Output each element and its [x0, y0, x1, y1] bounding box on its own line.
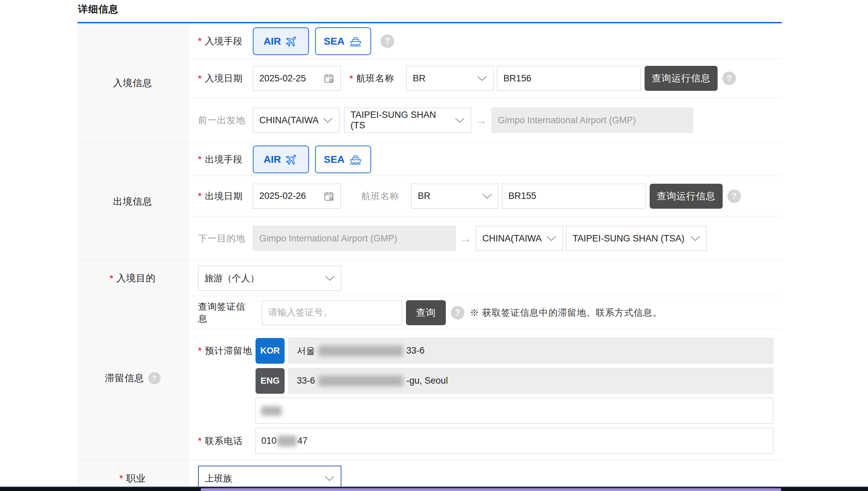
- origin-country-select[interactable]: CHINA(TAIWA: [253, 108, 339, 133]
- exit-date-label: * 出境日期: [198, 190, 253, 202]
- plane-icon: [285, 153, 298, 166]
- ship-icon: [349, 153, 362, 166]
- entry-purpose-label: * 入境目的: [77, 261, 188, 296]
- chevron-down-icon: [455, 117, 465, 123]
- exit-air-button[interactable]: AIR: [253, 146, 309, 173]
- horizontal-scrollbar[interactable]: [0, 487, 868, 491]
- chevron-down-icon: [690, 235, 700, 241]
- destination-airport-select[interactable]: TAIPEI-SUNG SHAN (TSA): [566, 226, 707, 251]
- redacted-text: [318, 376, 403, 386]
- exit-info-section: 出境信息 * 出境手段 AIR: [77, 143, 782, 261]
- entry-flight-number-input[interactable]: BR156: [497, 66, 641, 91]
- required-asterisk: *: [198, 345, 202, 356]
- redacted-text: [318, 345, 403, 356]
- address-kor-field: 서울 33-6: [288, 338, 773, 364]
- required-asterisk: *: [119, 473, 123, 484]
- stay-address-label: * 预计滞留地: [198, 345, 253, 357]
- entry-purpose-section: * 入境目的 旅游（个人）: [77, 261, 782, 296]
- entry-flight-label: * 航班名称: [349, 72, 394, 84]
- entry-method-help-icon[interactable]: ?: [381, 34, 394, 48]
- required-asterisk: *: [198, 73, 202, 84]
- required-asterisk: *: [198, 191, 202, 201]
- entry-carrier-select[interactable]: BR: [406, 66, 493, 91]
- detail-info-form-page: 详细信息 入境信息 * 入境手段 AIR: [0, 0, 868, 491]
- entry-arrival-airport-field: Gimpo International Airport (GMP): [491, 108, 693, 133]
- destination-country-select[interactable]: CHINA(TAIWA: [476, 226, 563, 251]
- exit-flight-label: 航班名称: [349, 190, 399, 202]
- horizontal-scrollbar-thumb[interactable]: [200, 488, 782, 491]
- entry-purpose-select[interactable]: 旅游（个人）: [198, 266, 341, 291]
- required-asterisk: *: [110, 273, 113, 284]
- entry-info-header: 入境信息: [77, 23, 188, 143]
- eng-badge: ENG: [256, 368, 285, 394]
- required-asterisk: *: [198, 36, 202, 46]
- exit-carrier-select[interactable]: BR: [411, 184, 499, 209]
- visa-search-button[interactable]: 查询: [406, 300, 446, 325]
- chevron-down-icon: [324, 475, 335, 482]
- chevron-down-icon: [325, 275, 335, 281]
- exit-destination-label: 下一目的地: [198, 232, 253, 244]
- calendar-icon[interactable]: [323, 191, 334, 202]
- redacted-text: [277, 436, 297, 446]
- entry-origin-label: 前一出发地: [198, 114, 253, 126]
- entry-sea-button[interactable]: SEA: [315, 27, 371, 55]
- chevron-down-icon: [323, 117, 333, 123]
- detail-form-table: 入境信息 * 入境手段 AIR: [77, 22, 782, 491]
- required-asterisk: *: [198, 154, 202, 164]
- route-arrow-icon: →: [476, 114, 487, 127]
- exit-flight-help-icon[interactable]: ?: [727, 189, 741, 203]
- visa-note: ※ 获取签证信息中的滞留地、联系方式信息。: [470, 307, 662, 319]
- exit-flight-search-button[interactable]: 查询运行信息: [650, 184, 723, 209]
- exit-info-header: 出境信息: [77, 143, 188, 260]
- contact-phone-input[interactable]: 010 47: [256, 428, 773, 454]
- address-eng-field: 33-6 -gu, Seoul: [288, 368, 773, 394]
- exit-date-input[interactable]: 2025-02-26: [253, 184, 341, 209]
- required-asterisk: *: [198, 436, 202, 446]
- exit-sea-button[interactable]: SEA: [315, 146, 371, 173]
- entry-date-input[interactable]: 2025-02-25: [253, 66, 341, 91]
- kor-badge: KOR: [256, 338, 285, 364]
- stay-info-help-icon[interactable]: ?: [148, 372, 161, 384]
- page-title: 详细信息: [77, 0, 782, 16]
- chevron-down-icon: [477, 75, 487, 81]
- exit-departure-airport-field: Gimpo International Airport (GMP): [253, 226, 456, 251]
- visa-number-input[interactable]: [262, 300, 402, 325]
- entry-air-button[interactable]: AIR: [253, 27, 309, 55]
- exit-flight-number-input[interactable]: BR155: [502, 184, 646, 209]
- entry-info-section: 入境信息 * 入境手段 AIR: [77, 23, 782, 143]
- address-detail-input[interactable]: [256, 398, 773, 424]
- exit-method-label: * 出境手段: [198, 153, 253, 165]
- ship-icon: [349, 35, 362, 48]
- chevron-down-icon: [546, 235, 556, 241]
- stay-info-header: 滞留信息 ?: [77, 296, 188, 460]
- visa-search-label: 查询签证信息: [198, 301, 253, 325]
- route-arrow-icon: →: [460, 232, 472, 245]
- stay-info-section: 滞留信息 ? 查询签证信息 查询 ? ※ 获取签证信息中的滞留地、联系方式信息。: [77, 296, 782, 460]
- contact-phone-label: * 联系电话: [198, 435, 253, 447]
- redacted-text: [261, 406, 282, 416]
- entry-flight-search-button[interactable]: 查询运行信息: [645, 66, 718, 91]
- visa-help-icon[interactable]: ?: [451, 306, 464, 319]
- origin-airport-select[interactable]: TAIPEI-SUNG SHAN (TS: [344, 108, 471, 133]
- entry-method-label: * 入境手段: [198, 35, 253, 47]
- entry-date-label: * 入境日期: [198, 72, 253, 84]
- plane-icon: [285, 35, 298, 48]
- calendar-icon[interactable]: [323, 73, 334, 84]
- entry-flight-help-icon[interactable]: ?: [722, 72, 736, 85]
- required-asterisk: *: [349, 73, 353, 84]
- chevron-down-icon: [482, 193, 492, 199]
